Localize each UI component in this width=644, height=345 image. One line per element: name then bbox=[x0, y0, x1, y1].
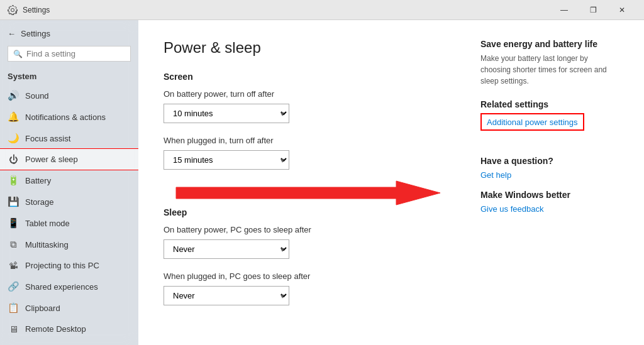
battery-icon: 🔋 bbox=[8, 175, 19, 186]
titlebar-left: Settings bbox=[8, 5, 50, 15]
sound-icon: 🔊 bbox=[8, 90, 19, 101]
annotation-arrow bbox=[164, 176, 440, 211]
sidebar-item-about[interactable]: ℹ About bbox=[0, 339, 138, 345]
screen-battery-select-container: 1 minute 2 minutes 3 minutes 5 minutes 1… bbox=[164, 104, 289, 123]
remote-icon: 🖥 bbox=[8, 324, 19, 334]
sleep-battery-setting: On battery power, PC goes to sleep after… bbox=[164, 225, 455, 259]
sidebar-item-projecting[interactable]: 📽 Projecting to this PC bbox=[0, 255, 138, 276]
sidebar-back[interactable]: ← Settings bbox=[0, 25, 138, 42]
arrow-annotation bbox=[164, 182, 455, 201]
sidebar-item-remote[interactable]: 🖥 Remote Desktop bbox=[0, 319, 138, 339]
notifications-icon: 🔔 bbox=[8, 111, 19, 123]
energy-section: Save energy and battery life Make your b… bbox=[480, 39, 619, 87]
sidebar-label-multitasking: Multitasking bbox=[25, 240, 69, 249]
sleep-plugged-setting: When plugged in, PC goes to sleep after … bbox=[164, 271, 455, 305]
back-icon: ← bbox=[8, 29, 16, 38]
question-section: Have a question? Get help bbox=[480, 156, 619, 180]
sidebar-item-multitasking[interactable]: ⧉ Multitasking bbox=[0, 234, 138, 255]
tablet-icon: 📱 bbox=[8, 217, 19, 229]
clipboard-icon: 📋 bbox=[8, 302, 19, 314]
svg-marker-0 bbox=[176, 181, 440, 205]
titlebar-controls: — ❐ ✕ bbox=[550, 0, 636, 20]
sidebar-label-remote: Remote Desktop bbox=[25, 324, 86, 334]
sleep-battery-select-container: 1 minute 2 minutes 5 minutes 10 minutes … bbox=[164, 239, 289, 259]
screen-battery-setting: On battery power, turn off after 1 minut… bbox=[164, 89, 455, 123]
screen-plugged-select[interactable]: 1 minute 2 minutes 3 minutes 5 minutes 1… bbox=[164, 150, 289, 170]
screen-battery-select[interactable]: 1 minute 2 minutes 3 minutes 5 minutes 1… bbox=[164, 104, 289, 123]
search-box: 🔍 bbox=[8, 46, 131, 62]
content-main: Power & sleep Screen On battery power, t… bbox=[164, 39, 455, 326]
focus-icon: 🌙 bbox=[8, 133, 19, 144]
power-icon: ⏻ bbox=[8, 154, 19, 165]
multitasking-icon: ⧉ bbox=[8, 239, 19, 250]
sidebar-label-notifications: Notifications & actions bbox=[25, 112, 106, 122]
search-icon: 🔍 bbox=[13, 50, 23, 58]
system-section-title: System bbox=[0, 68, 138, 85]
sidebar-label-focus: Focus assist bbox=[25, 134, 70, 143]
energy-title: Save energy and battery life bbox=[480, 39, 619, 49]
sidebar-label-storage: Storage bbox=[25, 197, 54, 207]
additional-power-link[interactable]: Additional power settings bbox=[487, 118, 578, 127]
main-content: Power & sleep Screen On battery power, t… bbox=[138, 20, 644, 345]
sidebar-label-shared: Shared experiences bbox=[25, 282, 98, 292]
screen-section-title: Screen bbox=[164, 72, 455, 82]
settings-icon bbox=[8, 5, 18, 15]
sleep-plugged-label: When plugged in, PC goes to sleep after bbox=[164, 271, 455, 281]
screen-plugged-label: When plugged in, turn off after bbox=[164, 136, 455, 145]
minimize-button[interactable]: — bbox=[550, 0, 579, 20]
sleep-battery-select[interactable]: 1 minute 2 minutes 5 minutes 10 minutes … bbox=[164, 239, 289, 259]
sleep-section: Sleep On battery power, PC goes to sleep… bbox=[164, 207, 455, 305]
sleep-plugged-select-container: 1 minute 2 minutes 5 minutes 10 minutes … bbox=[164, 286, 289, 305]
sidebar-label-projecting: Projecting to this PC bbox=[25, 261, 99, 270]
feedback-title: Make Windows better bbox=[480, 190, 619, 200]
screen-plugged-select-container: 1 minute 2 minutes 3 minutes 5 minutes 1… bbox=[164, 150, 289, 170]
related-settings-section: Related settings Additional power settin… bbox=[480, 99, 619, 143]
close-button[interactable]: ✕ bbox=[608, 0, 636, 20]
additional-power-box: Additional power settings bbox=[480, 113, 584, 131]
titlebar: Settings — ❐ ✕ bbox=[0, 0, 644, 20]
app-body: ← Settings 🔍 System 🔊 Sound 🔔 Notificati… bbox=[0, 20, 644, 345]
sidebar-label-tablet: Tablet mode bbox=[25, 219, 70, 228]
sidebar-item-clipboard[interactable]: 📋 Clipboard bbox=[0, 297, 138, 319]
sidebar-item-power[interactable]: ⏻ Power & sleep bbox=[0, 149, 138, 170]
sidebar-label-battery: Battery bbox=[25, 176, 51, 185]
sidebar-item-notifications[interactable]: 🔔 Notifications & actions bbox=[0, 106, 138, 128]
feedback-link[interactable]: Give us feedback bbox=[480, 204, 543, 214]
content-side: Save energy and battery life Make your b… bbox=[480, 39, 619, 326]
sidebar-item-tablet[interactable]: 📱 Tablet mode bbox=[0, 212, 138, 234]
sidebar-item-battery[interactable]: 🔋 Battery bbox=[0, 170, 138, 191]
restore-button[interactable]: ❐ bbox=[579, 0, 608, 20]
screen-battery-label: On battery power, turn off after bbox=[164, 89, 455, 99]
projecting-icon: 📽 bbox=[8, 260, 19, 271]
sidebar-item-focus[interactable]: 🌙 Focus assist bbox=[0, 128, 138, 149]
question-title: Have a question? bbox=[480, 156, 619, 166]
sleep-plugged-select[interactable]: 1 minute 2 minutes 5 minutes 10 minutes … bbox=[164, 286, 289, 305]
sidebar: ← Settings 🔍 System 🔊 Sound 🔔 Notificati… bbox=[0, 20, 138, 345]
storage-icon: 💾 bbox=[8, 196, 19, 207]
sleep-battery-label: On battery power, PC goes to sleep after bbox=[164, 225, 455, 234]
sidebar-item-shared[interactable]: 🔗 Shared experiences bbox=[0, 276, 138, 297]
titlebar-title: Settings bbox=[23, 6, 50, 14]
page-title: Power & sleep bbox=[164, 39, 455, 57]
sidebar-label-power: Power & sleep bbox=[25, 155, 78, 164]
screen-plugged-setting: When plugged in, turn off after 1 minute… bbox=[164, 136, 455, 170]
search-input[interactable] bbox=[26, 49, 125, 58]
shared-icon: 🔗 bbox=[8, 281, 19, 292]
sidebar-label-clipboard: Clipboard bbox=[25, 304, 60, 313]
sidebar-item-storage[interactable]: 💾 Storage bbox=[0, 191, 138, 212]
related-title: Related settings bbox=[480, 99, 619, 109]
sidebar-back-label: Settings bbox=[21, 29, 50, 38]
feedback-section: Make Windows better Give us feedback bbox=[480, 190, 619, 214]
energy-text: Make your battery last longer by choosin… bbox=[480, 53, 619, 87]
sidebar-item-sound[interactable]: 🔊 Sound bbox=[0, 85, 138, 106]
sidebar-label-sound: Sound bbox=[25, 91, 49, 101]
get-help-link[interactable]: Get help bbox=[480, 170, 511, 180]
